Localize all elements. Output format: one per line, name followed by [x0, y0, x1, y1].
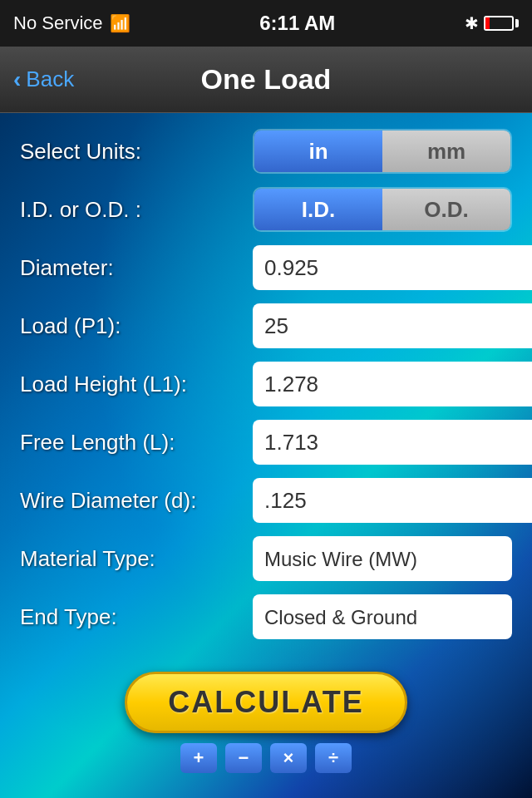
load-p1-row: Load (P1):: [20, 303, 512, 349]
end-type-row: End Type: Closed & Ground: [20, 594, 512, 640]
units-mm-button[interactable]: mm: [382, 131, 510, 172]
id-od-row: I.D. or O.D. : I.D. O.D.: [20, 186, 512, 233]
form-container: Select Units: in mm I.D. or O.D. : I.D. …: [0, 113, 532, 660]
load-height-label: Load Height (L1):: [20, 372, 253, 397]
carrier-text: No Service: [13, 12, 103, 34]
end-type-select[interactable]: Closed & Ground: [253, 594, 512, 639]
units-segmented-control: in mm: [253, 129, 512, 174]
wifi-icon: 📶: [110, 13, 131, 33]
id-od-segmented-control: I.D. O.D.: [253, 187, 512, 232]
material-type-label: Material Type:: [20, 546, 253, 572]
minus-icon[interactable]: −: [225, 743, 262, 773]
end-type-label: End Type:: [20, 604, 253, 630]
od-button[interactable]: O.D.: [382, 189, 510, 230]
calculate-button[interactable]: CALCULATE: [125, 672, 407, 733]
divide-icon[interactable]: ÷: [315, 743, 352, 773]
wire-diameter-row: Wire Diameter (d):: [20, 477, 512, 524]
status-left: No Service 📶: [13, 12, 131, 34]
calculate-section: CALCULATE + − × ÷: [0, 672, 532, 773]
battery-body: [484, 16, 514, 31]
units-in-button[interactable]: in: [254, 131, 382, 172]
main-content: Select Units: in mm I.D. or O.D. : I.D. …: [0, 113, 532, 798]
battery-tip: [515, 19, 519, 27]
id-od-label: I.D. or O.D. :: [20, 197, 253, 223]
nav-bar: ‹ Back One Load: [0, 47, 532, 113]
material-type-row: Material Type: Music Wire (MW): [20, 535, 512, 582]
free-length-row: Free Length (L):: [20, 419, 512, 466]
calculate-label: CALCULATE: [168, 685, 363, 720]
load-p1-label: Load (P1):: [20, 313, 253, 339]
id-button[interactable]: I.D.: [254, 189, 382, 230]
status-time: 6:11 AM: [259, 12, 335, 35]
load-p1-input[interactable]: [253, 303, 532, 348]
load-height-row: Load Height (L1):: [20, 361, 512, 407]
diameter-label: Diameter:: [20, 255, 253, 281]
back-chevron-icon: ‹: [13, 66, 21, 93]
plus-icon[interactable]: +: [180, 743, 217, 773]
diameter-row: Diameter:: [20, 244, 512, 291]
units-row: Select Units: in mm: [20, 128, 512, 175]
math-icons: + − × ÷: [180, 743, 352, 773]
battery-fill: [485, 17, 490, 29]
multiply-icon[interactable]: ×: [270, 743, 307, 773]
status-right: ✱: [465, 13, 519, 33]
wire-diameter-input[interactable]: [253, 478, 532, 523]
status-bar: No Service 📶 6:11 AM ✱: [0, 0, 532, 47]
battery-icon: [484, 16, 519, 31]
nav-title: One Load: [201, 63, 332, 96]
back-label: Back: [26, 66, 74, 92]
load-height-input[interactable]: [253, 362, 532, 406]
free-length-input[interactable]: [253, 420, 532, 465]
material-type-select[interactable]: Music Wire (MW): [253, 536, 512, 581]
free-length-label: Free Length (L):: [20, 430, 253, 456]
wire-diameter-label: Wire Diameter (d):: [20, 488, 253, 514]
diameter-input[interactable]: [253, 245, 532, 290]
units-label: Select Units:: [20, 139, 253, 165]
bluetooth-icon: ✱: [465, 13, 479, 33]
back-button[interactable]: ‹ Back: [13, 66, 74, 93]
